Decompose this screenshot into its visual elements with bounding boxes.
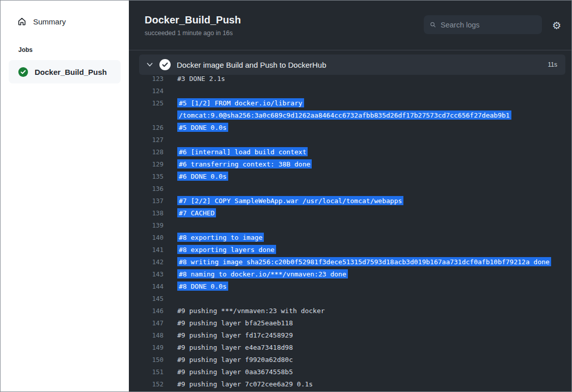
log-line-number[interactable]: 143 [129,270,164,278]
log-line-number[interactable]: 128 [129,148,164,156]
workflow-run-window: Summary Jobs Docker_Build_Push Docker_Bu… [0,0,572,392]
log-line-text: #9 pushing ***/vnmaven:23 with docker [177,307,325,315]
log-panel: Docker image Build and Push to DockerHub… [129,50,571,391]
log-line-text: #7 CACHED [177,208,216,217]
log-line-text: #9 pushing layer e4ea73418d98 [177,344,293,351]
search-icon [430,20,436,29]
log-line-text: #9 pushing layer 7c072cee6a29 0.1s [177,380,313,388]
log-line: 146 #9 pushing ***/vnmaven:23 with docke… [129,304,571,317]
log-line-text: #9 pushing layer 0aa3674558b5 [177,368,293,376]
log-line-number[interactable]: 146 [129,307,164,315]
log-line: 128 #6 [internal] load build context [129,146,571,158]
search-logs-input[interactable] [441,21,536,29]
log-line-text: #5 [1/2] FROM docker.io/library [177,98,304,107]
home-icon [17,17,26,26]
log-line-number[interactable]: 129 [129,160,164,168]
log-line: 143 #8 naming to docker.io/***/vnmaven:2… [129,268,571,280]
log-line: 139 [129,219,571,231]
log-line-number[interactable]: 140 [129,234,164,241]
log-line-number[interactable]: 136 [129,185,164,192]
log-line-text: #9 pushing layer fd17c2458929 [177,331,293,339]
log-line-number[interactable]: 147 [129,319,164,327]
log-line-text: #3 DONE 2.1s [177,75,225,82]
log-line-text: #8 exporting layers done [177,245,276,254]
log-line-number[interactable]: 137 [129,197,164,205]
log-line: 141 #8 exporting layers done [129,243,571,256]
log-line-number[interactable]: 135 [129,173,164,180]
log-line: 127 [129,133,571,146]
sidebar-item-summary[interactable]: Summary [17,17,66,26]
log-line-number[interactable]: 142 [129,258,164,266]
log-line: 145 [129,292,571,304]
search-logs-box[interactable] [424,15,542,34]
log-line: 144 #8 DONE 0.0s [129,280,571,292]
log-line-number[interactable]: 125 [129,99,164,107]
log-viewer-main: Docker_Build_Push succeeded 1 minute ago… [129,1,571,391]
log-line-number[interactable]: 148 [129,331,164,339]
log-line: /tomcat:9.0@sha256:3a0c689c9d1262aa8464c… [129,109,571,121]
gear-icon: ⚙ [552,20,561,31]
log-line: 151 #9 pushing layer 0aa3674558b5 [129,366,571,378]
log-line-number[interactable]: 138 [129,209,164,217]
sidebar-job-label: Docker_Build_Push [35,68,107,76]
log-line-text: #6 DONE 0.0s [177,172,228,181]
log-line: 129 #6 transferring context: 38B done [129,158,571,170]
log-line: 125 #5 [1/2] FROM docker.io/library [129,97,571,109]
log-line-number[interactable]: 149 [129,344,164,351]
sidebar: Summary Jobs Docker_Build_Push [1,1,129,391]
log-line-number[interactable]: 144 [129,283,164,290]
log-line-text: /tomcat:9.0@sha256:3a0c689c9d1262aa8464c… [177,110,511,120]
log-line: 150 #9 pushing layer f9920a62d80c [129,353,571,366]
log-line-number[interactable]: 123 [129,75,164,82]
log-line: 140 #8 exporting to image [129,231,571,243]
run-status-text: succeeded 1 minute ago in 16s [145,30,233,37]
log-line-text: #9 pushing layer f9920a62d80c [177,356,293,363]
log-line: 147 #9 pushing layer bfa25eaeb118 [129,317,571,329]
log-line: 149 #9 pushing layer e4ea73418d98 [129,341,571,353]
log-line: 137 #7 [2/2] COPY SampleWebApp.war /usr/… [129,194,571,207]
log-line-text: #9 pushing layer bfa25eaeb118 [177,319,293,327]
log-line-number[interactable]: 145 [129,295,164,302]
log-line-text: #5 DONE 0.0s [177,123,228,132]
log-line-text: #8 DONE 0.0s [177,282,228,291]
log-line-number[interactable]: 152 [129,380,164,388]
log-line-number[interactable]: 126 [129,124,164,131]
log-line-number[interactable]: 127 [129,136,164,144]
log-line: 138 #7 CACHED [129,207,571,219]
sidebar-jobs-heading: Jobs [18,46,129,53]
sidebar-item-job-docker-build-push[interactable]: Docker_Build_Push [9,60,121,83]
log-line-text: #8 naming to docker.io/***/vnmaven:23 do… [177,269,348,278]
log-line: 124 [129,85,571,97]
log-line: 135 #6 DONE 0.0s [129,170,571,182]
log-line-text: #8 writing image sha256:c20b0f52981f3dec… [177,257,551,266]
run-title: Docker_Build_Push [145,14,241,26]
log-line: 152 #9 pushing layer 7c072cee6a29 0.1s [129,378,571,390]
log-step-title: Docker image Build and Push to DockerHub [177,61,542,69]
run-header: Docker_Build_Push succeeded 1 minute ago… [129,1,571,50]
log-lines: 123 #3 DONE 2.1s 124 125 #5 [1/2] FROM d… [129,72,571,390]
log-line-number[interactable]: 151 [129,368,164,376]
log-step-header[interactable]: Docker image Build and Push to DockerHub… [139,54,565,75]
log-line: 126 #5 DONE 0.0s [129,121,571,133]
log-line-number[interactable]: 141 [129,246,164,254]
log-step-duration: 11s [548,61,557,68]
log-line: 148 #9 pushing layer fd17c2458929 [129,329,571,341]
log-settings-button[interactable]: ⚙ [550,19,563,32]
log-line-text: #6 transferring context: 38B done [177,159,312,169]
step-success-check-circle-icon [159,59,171,70]
log-line-text: #6 [internal] load build context [177,147,308,156]
sidebar-summary-label: Summary [33,17,66,26]
chevron-down-icon [146,61,153,68]
log-line-text: #7 [2/2] COPY SampleWebApp.war /usr/loca… [177,196,403,205]
log-line-number[interactable]: 139 [129,221,164,229]
log-line: 136 [129,182,571,194]
log-line: 142 #8 writing image sha256:c20b0f52981f… [129,256,571,268]
success-check-circle-icon [18,67,28,77]
log-line-number[interactable]: 150 [129,356,164,363]
log-line-text: #8 exporting to image [177,233,264,242]
log-line-number[interactable]: 124 [129,87,164,95]
